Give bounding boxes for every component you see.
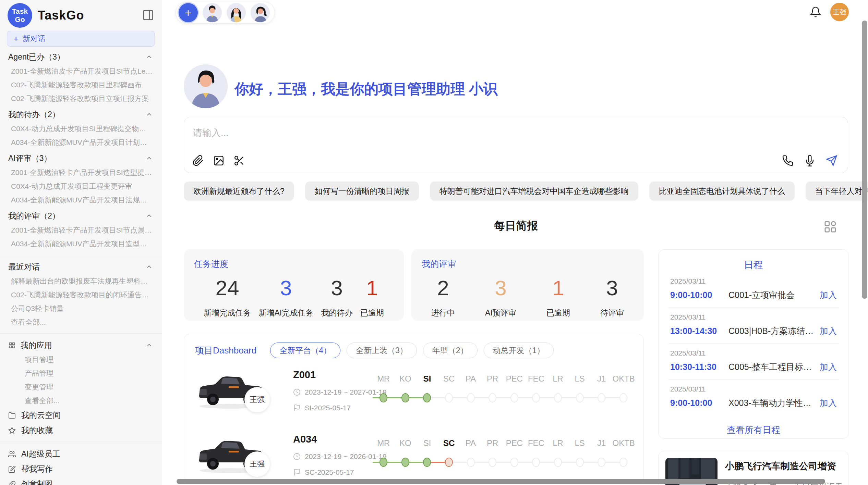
horizontal-scrollbar[interactable] bbox=[177, 479, 825, 484]
suggestion-chip[interactable]: 当下年轻人对汽车外观有怎样的喜好趋势 bbox=[806, 182, 868, 201]
add-agent-button[interactable]: + bbox=[179, 3, 198, 22]
sidebar-tool-feather[interactable]: 创意制图 bbox=[0, 476, 162, 485]
chevron-up-icon[interactable] bbox=[145, 111, 153, 118]
sidebar-app-item[interactable]: 产品管理 bbox=[0, 366, 162, 380]
chat-input[interactable]: 请输入... bbox=[193, 127, 229, 139]
project-row[interactable]: 王强Z0012023-12-19 ~ 2027-01-19SI-2025-05-… bbox=[194, 364, 635, 423]
sidebar-recent-item[interactable]: 解释最新出台的欧盟报废车法规再生塑料比例被调至15%... bbox=[0, 274, 162, 288]
sidebar-task-item[interactable]: C02-飞腾新能源轻客改款项目里程碑画布 bbox=[0, 78, 162, 92]
suggestion-chip[interactable]: 欧洲新规最近颁布了什么? bbox=[184, 182, 294, 201]
stat-value: 24 bbox=[204, 276, 251, 300]
sidebar-recent-item[interactable]: 公司Q3轻卡销量 bbox=[0, 302, 162, 315]
milestone-cell: PEC bbox=[504, 438, 526, 471]
sidebar-task-item[interactable]: Z001-全新燃油轻卡产品开发项目SI造型提交物评审 bbox=[0, 166, 162, 179]
join-meeting-link[interactable]: 加入 bbox=[820, 397, 837, 409]
sidebar-section-group-3[interactable]: 我的评审（2） bbox=[0, 208, 162, 223]
view-all-schedules-link[interactable]: 查看所有日程 bbox=[659, 424, 848, 436]
milestone-label: PR bbox=[482, 438, 504, 448]
sidebar-task-item[interactable]: A034-全新新能源MUV产品开发项目计划变更表编写 bbox=[0, 136, 162, 149]
chevron-up-icon[interactable] bbox=[145, 263, 153, 271]
sidebar-task-item[interactable]: Z001-全新燃油皮卡产品开发项目SI节点Lesson Learn报告 bbox=[0, 64, 162, 78]
sidebar-collapse-icon[interactable] bbox=[142, 9, 154, 21]
agent-avatar-2[interactable] bbox=[227, 3, 246, 22]
sidebar-app-item[interactable]: 项目管理 bbox=[0, 353, 162, 366]
vertical-scrollbar[interactable] bbox=[862, 21, 867, 299]
sidebar-recent-item[interactable]: C02-飞腾新能源轻客改款项目的闭环通告反馈情况 bbox=[0, 288, 162, 302]
sidebar-section-group-1[interactable]: 我的待办（2） bbox=[0, 107, 162, 122]
agent-avatar-3[interactable] bbox=[251, 3, 270, 22]
join-meeting-link[interactable]: 加入 bbox=[820, 289, 837, 301]
sidebar-section-label: 我的应用 bbox=[8, 340, 52, 351]
notification-bell-icon[interactable] bbox=[810, 6, 821, 18]
sidebar-task-item[interactable]: C0X4-动力总成开发项目工程变更评审 bbox=[0, 179, 162, 193]
agent-avatar-1[interactable] bbox=[203, 3, 222, 22]
sidebar-item-star[interactable]: 我的收藏 bbox=[0, 423, 162, 438]
milestone-label: KO bbox=[395, 374, 417, 384]
chevron-up-icon[interactable] bbox=[145, 212, 153, 220]
milestone-label: J1 bbox=[591, 438, 613, 448]
sidebar-app-item[interactable]: 变更管理 bbox=[0, 380, 162, 394]
scissors-icon[interactable] bbox=[233, 155, 245, 166]
image-upload-icon[interactable] bbox=[213, 155, 225, 166]
greeting-text: 你好，王强，我是你的项目管理助理 小识 bbox=[234, 79, 498, 99]
suggestion-chips: 欧洲新规最近颁布了什么?如何写一份清晰的项目周报特朗普可能对进口汽车增税会对中国… bbox=[184, 182, 848, 201]
sidebar-task-item[interactable]: A034-全新新能源MUV产品开发项目法规符合性评审 bbox=[0, 193, 162, 207]
sidebar-section-recent[interactable]: 最近对话 bbox=[0, 259, 162, 274]
suggestion-chip[interactable]: 特朗普可能对进口汽车增税会对中国车企造成哪些影响 bbox=[430, 182, 638, 201]
sidebar-link-label: 我的收藏 bbox=[21, 425, 53, 436]
suggestion-chip[interactable]: 比亚迪全固态电池计划具体说了什么 bbox=[649, 182, 795, 201]
milestone-dot bbox=[554, 458, 562, 467]
milestone-dot bbox=[401, 393, 409, 402]
send-icon[interactable] bbox=[826, 155, 837, 166]
paperclip-icon[interactable] bbox=[192, 155, 204, 166]
milestone-dot bbox=[445, 458, 453, 467]
sidebar-tool-users[interactable]: AI超级员工 bbox=[0, 446, 162, 461]
microphone-icon[interactable] bbox=[804, 155, 816, 166]
chevron-up-icon[interactable] bbox=[145, 341, 153, 349]
sidebar-section-group-2[interactable]: AI评审（3） bbox=[0, 151, 162, 166]
milestone-cell: SC bbox=[438, 438, 460, 471]
phone-call-icon[interactable] bbox=[782, 155, 794, 166]
chevron-up-icon[interactable] bbox=[145, 154, 153, 162]
sidebar-tool-label: 创意制图 bbox=[21, 479, 53, 485]
sidebar-item-folder[interactable]: 我的云空间 bbox=[0, 408, 162, 423]
schedule-item[interactable]: 2025/03/1110:30-11:30C005-整车工程目标评审加入 bbox=[659, 344, 848, 379]
stat-card-title: 任务进度 bbox=[194, 258, 394, 270]
project-row[interactable]: 王强A0342023-12-19 ~ 2026-01-19SC-2025-05-… bbox=[194, 429, 635, 485]
milestone-cell: LS bbox=[569, 438, 591, 471]
divider bbox=[0, 442, 162, 442]
sidebar-section-group-0[interactable]: Agent已办（3） bbox=[0, 49, 162, 64]
suggestion-chip[interactable]: 如何写一份清晰的项目周报 bbox=[305, 182, 419, 201]
chevron-up-icon[interactable] bbox=[145, 53, 153, 61]
milestone-label: PEC bbox=[504, 438, 526, 448]
sidebar-task-item[interactable]: Z001-全新燃油轻卡产品开发项目SI节点属性5D文件评审 bbox=[0, 223, 162, 237]
sidebar-recent-item[interactable]: 查看全部... bbox=[0, 315, 162, 329]
sidebar-section-my-apps[interactable]: 我的应用 bbox=[0, 338, 162, 353]
dashboard-tab[interactable]: 全新上装（3） bbox=[347, 343, 417, 358]
dashboard-tab[interactable]: 全新平台（4） bbox=[270, 343, 340, 358]
dashboard-tab[interactable]: 动总开发（1） bbox=[484, 343, 554, 358]
join-meeting-link[interactable]: 加入 bbox=[820, 361, 837, 373]
join-meeting-link[interactable]: 加入 bbox=[820, 325, 837, 337]
brief-layout-icon[interactable] bbox=[823, 220, 837, 234]
user-avatar[interactable]: 王强 bbox=[830, 3, 849, 21]
sidebar-tool-edit[interactable]: 帮我写作 bbox=[0, 461, 162, 476]
milestone-track: MRKOSISCPAPRPECFECLRLSJ1OKTB bbox=[373, 374, 635, 407]
dashboard-tab[interactable]: 年型（2） bbox=[423, 343, 478, 358]
sidebar-task-item[interactable]: C0X4-动力总成开发项目SI里程碑提交物检查 bbox=[0, 122, 162, 136]
sidebar-task-item[interactable]: A034-全新新能源MUV产品开发项目造型可行性评审 bbox=[0, 237, 162, 251]
new-chat-button[interactable]: + 新对话 bbox=[7, 31, 155, 47]
logo-row: Task Go TaskGo bbox=[0, 4, 162, 27]
stat-label: AI预评审 bbox=[485, 308, 516, 318]
sidebar-app-item[interactable]: 查看全部... bbox=[0, 394, 162, 408]
milestone-dot bbox=[576, 458, 584, 467]
schedule-item[interactable]: 2025/03/119:00-10:00C001-立项审批会加入 bbox=[659, 272, 848, 307]
milestone-label: SI bbox=[416, 438, 438, 448]
app-title: TaskGo bbox=[38, 8, 84, 23]
schedule-item[interactable]: 2025/03/119:00-10:00X003-车辆动力学性能验...加入 bbox=[659, 380, 848, 415]
project-dashboard-card: 项目Dashboard 全新平台（4）全新上装（3）年型（2）动总开发（1） 王… bbox=[184, 334, 644, 485]
milestone-label: SC bbox=[438, 374, 460, 384]
sidebar-task-item[interactable]: C02-飞腾新能源轻客改款项目立项汇报方案 bbox=[0, 92, 162, 105]
schedule-item[interactable]: 2025/03/1113:00-14:30C003|H0B-方案冻结评审加入 bbox=[659, 308, 848, 343]
schedule-time: 13:00-14:30 bbox=[670, 326, 728, 336]
